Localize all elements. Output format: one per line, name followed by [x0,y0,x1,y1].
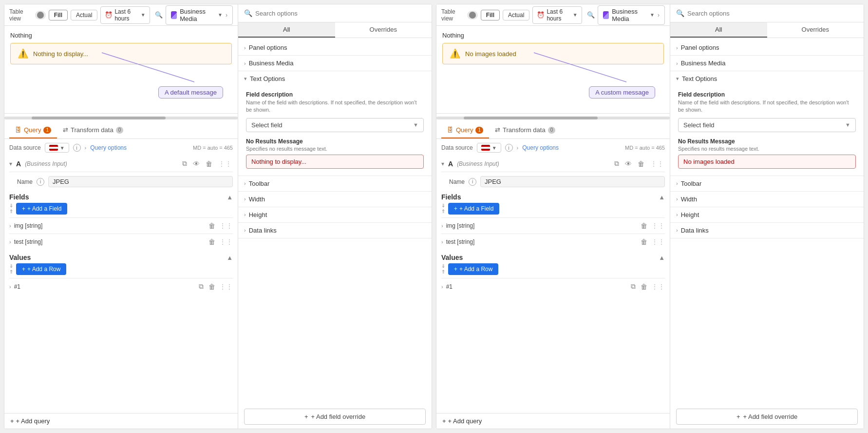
right-value-sort-up-icon[interactable]: ⇑ [441,270,445,275]
actual-button[interactable]: Actual [71,10,97,20]
right-table-view-toggle[interactable] [467,11,478,20]
zoom-icon[interactable]: 🔍 [155,11,163,19]
drag-handle-icon[interactable]: ⋮⋮ [217,159,233,169]
right-drag-handle-icon[interactable]: ⋮⋮ [649,159,665,169]
datasource-select[interactable]: ▼ [45,143,69,153]
value-copy-icon-0[interactable]: ⧉ [198,281,205,292]
select-field-dropdown[interactable]: Select field ▼ [246,118,424,132]
right-panel-options-header[interactable]: › Panel options [670,40,864,55]
datasource-info-icon[interactable]: i [73,144,81,152]
field-expand-icon-1[interactable]: › [9,239,11,245]
value-sort-down-icon[interactable]: ⇓ [9,264,13,269]
field-drag-icon-0[interactable]: ⋮⋮ [219,222,233,230]
height-header[interactable]: › Height [238,207,432,222]
right-field-trash-icon-1[interactable]: 🗑 [640,237,648,247]
text-options-header[interactable]: ▾ Text Options [238,71,432,86]
field-drag-icon-1[interactable]: ⋮⋮ [219,238,233,246]
value-drag-icon-0[interactable]: ⋮⋮ [219,283,233,291]
transform-tab[interactable]: ⇄ Transform data 0 [57,122,129,138]
right-name-info-icon[interactable]: i [469,178,476,186]
right-values-collapse-icon[interactable]: ▲ [659,254,665,261]
right-field-expand-icon-0[interactable]: › [441,223,443,229]
right-add-field-button[interactable]: + + Add a Field [448,203,499,215]
field-trash-icon-0[interactable]: 🗑 [208,221,216,231]
right-data-links-header[interactable]: › Data links [670,223,864,238]
panel-options-header[interactable]: › Panel options [238,40,432,55]
value-trash-icon-0[interactable]: 🗑 [208,282,216,292]
right-datasource-info-icon[interactable]: i [505,144,513,152]
left-add-query-button[interactable]: + + Add query [4,413,238,429]
right-biz-media-header[interactable]: › Business Media [670,56,864,71]
eye-icon[interactable]: 👁 [192,159,201,169]
right-add-query-button[interactable]: + + Add query [436,413,670,429]
query-collapse-icon[interactable]: ▾ [9,160,12,167]
value-expand-icon-0[interactable]: › [9,284,11,290]
right-select-field-dropdown[interactable]: Select field ▼ [678,118,856,132]
biz-media-header[interactable]: › Business Media [238,56,432,71]
right-toolbar-header[interactable]: › Toolbar [670,176,864,191]
trash-icon[interactable]: 🗑 [205,159,213,169]
right-add-row-button[interactable]: + + Add a Row [448,263,498,275]
width-header[interactable]: › Width [238,192,432,207]
right-zoom-icon[interactable]: 🔍 [587,11,595,19]
query-tab[interactable]: 🗄 Query 1 [9,122,57,138]
fill-button[interactable]: Fill [49,10,68,20]
toolbar-header[interactable]: › Toolbar [238,176,432,191]
field-trash-icon-1[interactable]: 🗑 [208,237,216,247]
right-transform-tab[interactable]: ⇄ Transform data 0 [489,122,561,138]
right-query-collapse-icon[interactable]: ▾ [441,160,444,167]
fields-collapse-icon[interactable]: ▲ [226,194,233,201]
right-fill-button[interactable]: Fill [481,10,500,20]
copy-icon[interactable]: ⧉ [181,158,188,169]
right-trash-icon[interactable]: 🗑 [637,159,645,169]
right-biz-media-tab[interactable]: Business Media ▼ › [598,5,665,25]
left-add-override-button[interactable]: + + Add field override [244,409,426,425]
right-time-selector[interactable]: ⏰ Last 6 hours ▼ [532,6,582,24]
value-sort-up-icon[interactable]: ⇑ [9,270,13,275]
right-text-options-header[interactable]: ▾ Text Options [670,71,864,86]
sort-up-icon[interactable]: ⇑ [9,209,13,214]
name-info-icon[interactable]: i [37,178,44,186]
right-field-drag-icon-0[interactable]: ⋮⋮ [651,222,665,230]
query-options-link[interactable]: Query options [90,144,127,151]
right-value-drag-icon-0[interactable]: ⋮⋮ [651,283,665,291]
right-query-options-link[interactable]: Query options [522,144,559,151]
right-overrides-tab[interactable]: Overrides [767,22,864,38]
right-sort-down-icon[interactable]: ⇓ [441,203,445,208]
values-collapse-icon[interactable]: ▲ [226,254,233,261]
biz-media-tab[interactable]: Business Media ▼ › [166,5,233,25]
data-links-header[interactable]: › Data links [238,223,432,238]
right-value-trash-icon-0[interactable]: 🗑 [640,282,648,292]
right-field-trash-icon-0[interactable]: 🗑 [640,221,648,231]
right-width-header[interactable]: › Width [670,192,864,207]
right-fields-collapse-icon[interactable]: ▲ [659,194,665,201]
table-view-toggle[interactable] [35,11,46,20]
right-no-results-input[interactable] [678,155,856,169]
right-eye-icon[interactable]: 👁 [624,159,633,169]
time-selector[interactable]: ⏰ Last 6 hours ▼ [100,6,150,24]
overrides-tab[interactable]: Overrides [335,22,432,38]
right-height-header[interactable]: › Height [670,207,864,222]
biz-nav-icon[interactable]: › [226,12,227,19]
all-tab[interactable]: All [238,22,335,38]
field-expand-icon-0[interactable]: › [9,223,11,229]
add-row-button[interactable]: + + Add a Row [16,263,66,275]
right-options-search-input[interactable] [687,10,858,17]
right-biz-nav-icon[interactable]: › [658,12,660,19]
no-results-input[interactable] [246,155,424,169]
right-datasource-select[interactable]: ▼ [477,143,501,153]
right-all-tab[interactable]: All [670,22,767,38]
right-query-tab[interactable]: 🗄 Query 1 [441,122,489,138]
right-value-copy-icon-0[interactable]: ⧉ [630,281,637,292]
right-field-drag-icon-1[interactable]: ⋮⋮ [651,238,665,246]
options-search-input[interactable] [255,10,426,17]
right-copy-icon[interactable]: ⧉ [613,158,620,169]
right-value-expand-icon-0[interactable]: › [441,284,443,290]
right-value-sort-down-icon[interactable]: ⇓ [441,264,445,269]
sort-down-icon[interactable]: ⇓ [9,203,13,208]
right-add-override-button[interactable]: + + Add field override [676,409,858,425]
right-field-expand-icon-1[interactable]: › [441,239,443,245]
right-sort-up-icon[interactable]: ⇑ [441,209,445,214]
add-field-button[interactable]: + + Add a Field [16,203,67,215]
right-actual-button[interactable]: Actual [503,10,529,20]
